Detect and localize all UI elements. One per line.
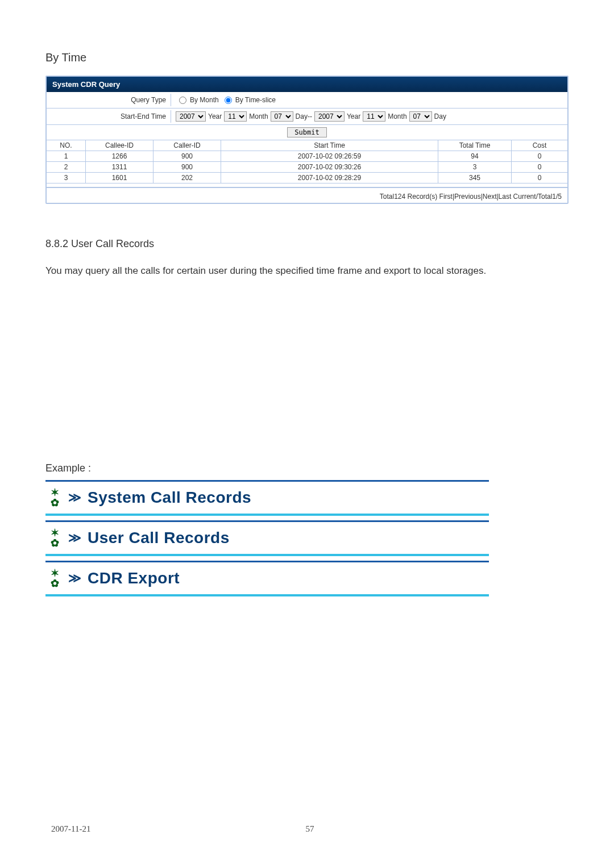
subsection-body: You may query all the calls for certain … bbox=[45, 261, 569, 281]
table-row: 213119002007-10-02 09:30:2630 bbox=[47, 162, 567, 173]
nav-item[interactable]: ✶✿≫System Call Records bbox=[45, 480, 489, 516]
cdr-query-panel: System CDR Query Query Type By Month By … bbox=[45, 76, 569, 204]
section-heading: By Time bbox=[45, 51, 569, 64]
col-header: Cost bbox=[512, 140, 568, 151]
table-cell: 2007-10-02 09:26:59 bbox=[221, 151, 438, 162]
year-label-1: Year bbox=[208, 112, 222, 120]
month-label-1: Month bbox=[249, 112, 268, 120]
end-month-select[interactable]: 11 bbox=[363, 111, 385, 122]
by-time-slice-label: By Time-slice bbox=[235, 96, 276, 104]
nav-decoration-icon: ✶✿ bbox=[45, 528, 65, 548]
table-cell: 1311 bbox=[86, 162, 154, 173]
start-end-row: Start-End Time 2007 Year 11 Month 07 Day… bbox=[47, 108, 567, 125]
table-cell: 900 bbox=[154, 162, 221, 173]
nav-item-label: CDR Export bbox=[88, 569, 180, 587]
arrow-icon: ≫ bbox=[68, 571, 82, 586]
table-cell: 0 bbox=[512, 162, 568, 173]
table-cell: 202 bbox=[154, 173, 221, 183]
col-header: Total Time bbox=[438, 140, 512, 151]
table-cell: 0 bbox=[512, 151, 568, 162]
table-cell: 2007-10-02 09:30:26 bbox=[221, 162, 438, 173]
table-row: 112669002007-10-02 09:26:59940 bbox=[47, 151, 567, 162]
example-label: Example : bbox=[45, 462, 569, 474]
end-year-select[interactable]: 2007 bbox=[314, 111, 345, 122]
nav-item[interactable]: ✶✿≫User Call Records bbox=[45, 520, 489, 556]
table-cell: 1 bbox=[47, 151, 86, 162]
subsection-heading: 8.8.2 User Call Records bbox=[45, 238, 569, 250]
query-type-label: Query Type bbox=[47, 94, 171, 106]
nav-decoration-icon: ✶✿ bbox=[45, 487, 65, 508]
table-cell: 345 bbox=[438, 173, 512, 183]
arrow-icon: ≫ bbox=[68, 490, 82, 505]
start-day-select[interactable]: 07 bbox=[271, 111, 293, 122]
start-year-select[interactable]: 2007 bbox=[176, 111, 206, 122]
col-header: NO. bbox=[47, 140, 86, 151]
arrow-icon: ≫ bbox=[68, 531, 82, 545]
table-cell: 94 bbox=[438, 151, 512, 162]
submit-button[interactable]: Submit bbox=[287, 127, 326, 137]
start-end-label: Start-End Time bbox=[47, 110, 171, 123]
page-footer: 2007-11-21 57 bbox=[51, 824, 569, 834]
nav-item-label: System Call Records bbox=[88, 489, 251, 507]
panel-title: System CDR Query bbox=[47, 77, 567, 92]
day-label-2: Day bbox=[434, 112, 446, 120]
col-header: Start Time bbox=[221, 140, 438, 151]
table-cell: 3 bbox=[47, 173, 86, 183]
month-label-2: Month bbox=[388, 112, 406, 120]
day-sep: Day-- bbox=[296, 112, 312, 120]
query-type-row: Query Type By Month By Time-slice bbox=[47, 92, 567, 108]
nav-item-label: User Call Records bbox=[88, 529, 230, 547]
footer-date: 2007-11-21 bbox=[51, 824, 90, 834]
col-header: Callee-ID bbox=[86, 140, 154, 151]
table-cell: 900 bbox=[154, 151, 221, 162]
table-cell: 2 bbox=[47, 162, 86, 173]
table-cell: 1266 bbox=[86, 151, 154, 162]
results-table: NO.Callee-IDCaller-IDStart TimeTotal Tim… bbox=[47, 140, 567, 183]
footer-page: 57 bbox=[306, 824, 314, 834]
nav-decoration-icon: ✶✿ bbox=[45, 568, 65, 589]
col-header: Caller-ID bbox=[154, 140, 221, 151]
nav-item[interactable]: ✶✿≫CDR Export bbox=[45, 561, 489, 596]
table-cell: 2007-10-02 09:28:29 bbox=[221, 173, 438, 183]
table-cell: 1601 bbox=[86, 173, 154, 183]
end-day-select[interactable]: 07 bbox=[409, 111, 432, 122]
by-month-label: By Month bbox=[190, 96, 219, 104]
table-cell: 0 bbox=[512, 173, 568, 183]
by-month-radio[interactable] bbox=[179, 97, 186, 104]
by-time-slice-radio[interactable] bbox=[225, 97, 232, 104]
year-label-2: Year bbox=[347, 112, 360, 120]
table-row: 316012022007-10-02 09:28:293450 bbox=[47, 173, 567, 183]
start-month-select[interactable]: 11 bbox=[224, 111, 247, 122]
table-cell: 3 bbox=[438, 162, 512, 173]
pager-text: Total124 Record(s) First|Previous|Next|L… bbox=[47, 187, 567, 203]
